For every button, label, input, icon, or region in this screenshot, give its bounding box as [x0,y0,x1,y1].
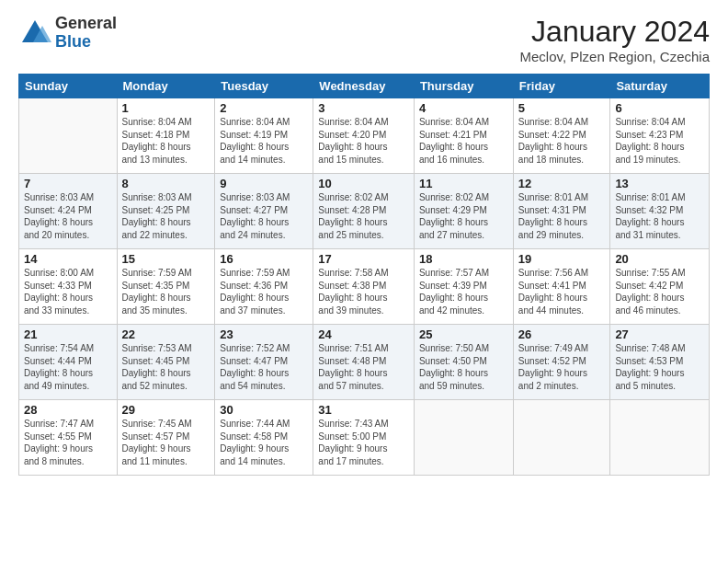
day-info: Sunrise: 7:54 AMSunset: 4:44 PMDaylight:… [24,342,112,392]
day-number: 2 [220,101,308,115]
table-row: 23Sunrise: 7:52 AMSunset: 4:47 PMDayligh… [215,325,313,400]
day-number: 16 [220,252,308,266]
col-tuesday: Tuesday [215,75,313,98]
logo: General Blue [18,15,117,52]
day-number: 14 [24,252,112,266]
day-info: Sunrise: 7:45 AMSunset: 4:57 PMDaylight:… [122,418,210,467]
day-info: Sunrise: 7:59 AMSunset: 4:35 PMDaylight:… [122,267,210,316]
day-info: Sunrise: 8:04 AMSunset: 4:21 PMDaylight:… [419,116,508,166]
table-row: 13Sunrise: 8:01 AMSunset: 4:32 PMDayligh… [610,174,710,249]
logo-general-text: General [55,15,117,33]
day-number: 28 [24,403,112,417]
day-number: 7 [24,177,112,190]
day-info: Sunrise: 8:04 AMSunset: 4:23 PMDaylight:… [615,116,704,166]
table-row: 22Sunrise: 7:53 AMSunset: 4:45 PMDayligh… [117,325,215,400]
table-row: 10Sunrise: 8:02 AMSunset: 4:28 PMDayligh… [313,174,415,249]
table-row: 11Sunrise: 8:02 AMSunset: 4:29 PMDayligh… [414,174,513,249]
day-info: Sunrise: 8:01 AMSunset: 4:31 PMDaylight:… [518,191,606,241]
day-info: Sunrise: 7:58 AMSunset: 4:38 PMDaylight:… [318,267,409,316]
location-text: Meclov, Plzen Region, Czechia [520,49,710,64]
day-info: Sunrise: 7:53 AMSunset: 4:45 PMDaylight:… [122,342,210,392]
day-number: 15 [122,252,210,266]
table-row: 24Sunrise: 7:51 AMSunset: 4:48 PMDayligh… [313,325,415,400]
day-number: 8 [122,177,210,190]
table-row: 12Sunrise: 8:01 AMSunset: 4:31 PMDayligh… [513,174,610,249]
table-row: 31Sunrise: 7:43 AMSunset: 5:00 PMDayligh… [313,400,415,476]
day-info: Sunrise: 7:52 AMSunset: 4:47 PMDaylight:… [220,342,308,392]
calendar-week-row: 28Sunrise: 7:47 AMSunset: 4:55 PMDayligh… [19,400,710,476]
table-row: 30Sunrise: 7:44 AMSunset: 4:58 PMDayligh… [215,400,313,476]
day-info: Sunrise: 7:59 AMSunset: 4:36 PMDaylight:… [220,267,308,316]
day-info: Sunrise: 7:44 AMSunset: 4:58 PMDaylight:… [220,418,308,467]
table-row [610,400,710,476]
day-number: 12 [518,177,606,190]
day-number: 23 [220,327,308,341]
title-section: January 2024 Meclov, Plzen Region, Czech… [520,15,710,64]
day-number: 17 [318,252,409,266]
day-info: Sunrise: 7:49 AMSunset: 4:52 PMDaylight:… [518,342,606,392]
day-number: 29 [122,403,210,417]
table-row: 2Sunrise: 8:04 AMSunset: 4:19 PMDaylight… [215,98,313,174]
day-info: Sunrise: 7:56 AMSunset: 4:41 PMDaylight:… [518,267,606,316]
day-number: 19 [518,252,606,266]
table-row [19,98,118,174]
page-header: General Blue January 2024 Meclov, Plzen … [18,15,710,64]
table-row: 28Sunrise: 7:47 AMSunset: 4:55 PMDayligh… [19,400,118,476]
col-monday: Monday [117,75,215,98]
table-row: 7Sunrise: 8:03 AMSunset: 4:24 PMDaylight… [19,174,118,249]
day-number: 20 [615,252,704,266]
calendar-week-row: 7Sunrise: 8:03 AMSunset: 4:24 PMDaylight… [19,174,710,249]
day-number: 26 [518,327,606,341]
day-info: Sunrise: 7:43 AMSunset: 5:00 PMDaylight:… [318,418,409,467]
table-row: 6Sunrise: 8:04 AMSunset: 4:23 PMDaylight… [610,98,710,174]
day-number: 31 [318,403,409,417]
table-row: 1Sunrise: 8:04 AMSunset: 4:18 PMDaylight… [117,98,215,174]
logo-icon [18,17,51,50]
table-row: 3Sunrise: 8:04 AMSunset: 4:20 PMDaylight… [313,98,415,174]
calendar-table: Sunday Monday Tuesday Wednesday Thursday… [18,74,710,476]
day-info: Sunrise: 8:03 AMSunset: 4:24 PMDaylight:… [24,191,112,241]
table-row: 14Sunrise: 8:00 AMSunset: 4:33 PMDayligh… [19,249,118,325]
day-number: 30 [220,403,308,417]
table-row: 26Sunrise: 7:49 AMSunset: 4:52 PMDayligh… [513,325,610,400]
day-info: Sunrise: 8:01 AMSunset: 4:32 PMDaylight:… [615,191,704,241]
day-info: Sunrise: 8:00 AMSunset: 4:33 PMDaylight:… [24,267,112,316]
day-info: Sunrise: 7:55 AMSunset: 4:42 PMDaylight:… [615,267,704,316]
logo-blue-text: Blue [55,33,117,52]
col-thursday: Thursday [414,75,513,98]
table-row [414,400,513,476]
day-info: Sunrise: 8:04 AMSunset: 4:18 PMDaylight:… [122,116,210,166]
col-sunday: Sunday [19,75,118,98]
day-number: 13 [615,177,704,190]
day-number: 3 [318,101,409,115]
table-row: 17Sunrise: 7:58 AMSunset: 4:38 PMDayligh… [313,249,415,325]
day-number: 4 [419,101,508,115]
calendar-week-row: 1Sunrise: 8:04 AMSunset: 4:18 PMDaylight… [19,98,710,174]
table-row [513,400,610,476]
day-info: Sunrise: 8:04 AMSunset: 4:22 PMDaylight:… [518,116,606,166]
day-info: Sunrise: 8:04 AMSunset: 4:20 PMDaylight:… [318,116,409,166]
month-title: January 2024 [520,15,710,49]
day-number: 25 [419,327,508,341]
day-info: Sunrise: 8:04 AMSunset: 4:19 PMDaylight:… [220,116,308,166]
day-info: Sunrise: 7:48 AMSunset: 4:53 PMDaylight:… [615,342,704,392]
calendar-week-row: 14Sunrise: 8:00 AMSunset: 4:33 PMDayligh… [19,249,710,325]
day-info: Sunrise: 7:50 AMSunset: 4:50 PMDaylight:… [419,342,508,392]
day-info: Sunrise: 8:02 AMSunset: 4:28 PMDaylight:… [318,191,409,241]
col-friday: Friday [513,75,610,98]
table-row: 5Sunrise: 8:04 AMSunset: 4:22 PMDaylight… [513,98,610,174]
calendar-week-row: 21Sunrise: 7:54 AMSunset: 4:44 PMDayligh… [19,325,710,400]
day-info: Sunrise: 7:57 AMSunset: 4:39 PMDaylight:… [419,267,508,316]
day-info: Sunrise: 8:02 AMSunset: 4:29 PMDaylight:… [419,191,508,241]
day-number: 22 [122,327,210,341]
table-row: 9Sunrise: 8:03 AMSunset: 4:27 PMDaylight… [215,174,313,249]
day-number: 18 [419,252,508,266]
col-saturday: Saturday [610,75,710,98]
table-row: 20Sunrise: 7:55 AMSunset: 4:42 PMDayligh… [610,249,710,325]
day-number: 21 [24,327,112,341]
day-info: Sunrise: 7:51 AMSunset: 4:48 PMDaylight:… [318,342,409,392]
table-row: 25Sunrise: 7:50 AMSunset: 4:50 PMDayligh… [414,325,513,400]
day-number: 11 [419,177,508,190]
day-number: 1 [122,101,210,115]
table-row: 16Sunrise: 7:59 AMSunset: 4:36 PMDayligh… [215,249,313,325]
